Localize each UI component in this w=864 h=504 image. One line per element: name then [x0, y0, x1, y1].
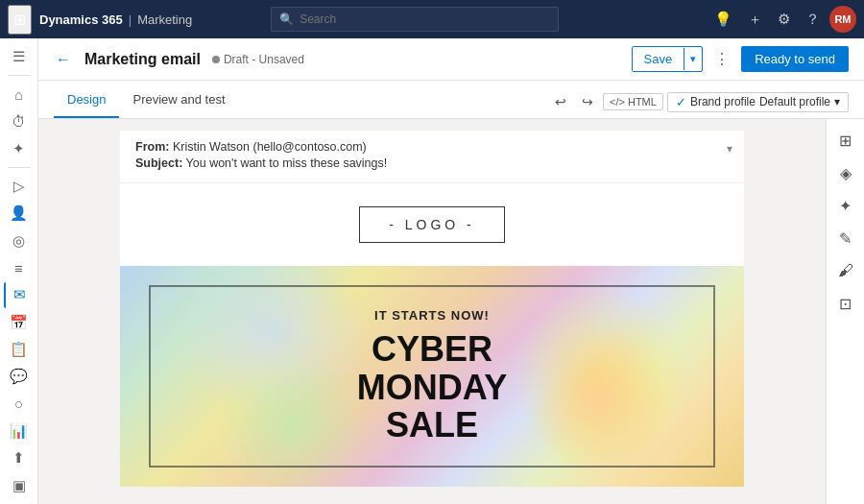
contacts-icon[interactable]: 👤 [4, 201, 35, 226]
from-line: From: Kristin Watson (hello@contoso.com) [135, 140, 729, 154]
brand-profile-chevron-icon: ▾ [834, 95, 840, 108]
email-meta-section: From: Kristin Watson (hello@contoso.com)… [120, 131, 744, 183]
edit-panel-icon[interactable]: ✎ [830, 223, 861, 253]
save-button-group[interactable]: Save ▾ [632, 46, 704, 72]
html-brackets-icon: </> [610, 96, 625, 108]
chat-icon[interactable]: 💬 [4, 364, 35, 389]
logo-placeholder: - LOGO - [359, 206, 505, 243]
sidebar-divider2 [8, 167, 31, 168]
subject-value: You won't want to miss these savings! [186, 156, 388, 170]
sidebar-menu-icon[interactable]: ☰ [4, 44, 35, 69]
upload-icon[interactable]: ⬆ [4, 445, 35, 470]
header-actions: Save ▾ ⋮ Ready to send [632, 46, 849, 72]
content-area: ← Marketing email Draft - Unsaved Save ▾… [38, 38, 864, 504]
person-icon[interactable]: ▣ [4, 473, 35, 498]
search-icon: 🔍 [279, 12, 294, 26]
draft-label: Draft - Unsaved [224, 53, 304, 66]
play-icon[interactable]: ▷ [4, 174, 35, 199]
nav-action-icons: 💡 ＋ ⚙ ？ RM [708, 6, 856, 33]
recent-icon[interactable]: ⏱ [4, 108, 35, 133]
journal-icon[interactable]: 📋 [4, 337, 35, 362]
tab-design[interactable]: Design [54, 84, 119, 118]
from-label: From: [135, 140, 169, 154]
ready-to-send-button[interactable]: Ready to send [741, 46, 849, 72]
design-panel-icon[interactable]: ✦ [830, 190, 861, 221]
globe-icon[interactable]: ○ [4, 392, 35, 417]
subject-line: Subject: You won't want to miss these sa… [135, 156, 729, 170]
page-title: Marketing email [84, 51, 201, 68]
hero-title: CYBERMONDAYSALE [357, 330, 508, 444]
save-button[interactable]: Save [633, 47, 684, 71]
logo-section[interactable]: - LOGO - [120, 183, 744, 266]
question-icon[interactable]: ？ [800, 7, 826, 33]
email-body: - LOGO - IT STARTS NOW! [120, 183, 744, 487]
hero-section[interactable]: IT STARTS NOW! CYBERMONDAYSALE [120, 266, 744, 487]
toolbar-tabs: Design Preview and test ↩ ↪ </> HTML ✓ B… [38, 81, 864, 119]
calendar-icon[interactable]: 📅 [4, 310, 35, 335]
style-panel-icon[interactable]: 🖌 [830, 255, 861, 286]
hero-text-content: IT STARTS NOW! CYBERMONDAYSALE [120, 266, 744, 487]
hero-subtitle: IT STARTS NOW! [374, 308, 490, 323]
brand-profile-title: Brand profile [690, 95, 756, 108]
search-bar[interactable]: 🔍 [271, 7, 559, 32]
help-bulb-icon[interactable]: 💡 [708, 7, 738, 32]
grid-menu-icon[interactable]: ⊞ [8, 5, 32, 35]
main-layout: ☰ ⌂ ⏱ ✦ ▷ 👤 ◎ ≡ ✉ 📅 📋 💬 ○ 📊 ⬆ ▣ ← Market… [0, 38, 864, 504]
segments-icon[interactable]: ◎ [4, 228, 35, 253]
undo-button[interactable]: ↩ [549, 91, 572, 112]
subject-label: Subject: [135, 156, 182, 170]
editor-area: From: Kristin Watson (hello@contoso.com)… [38, 119, 864, 504]
html-button[interactable]: </> HTML [603, 93, 663, 110]
sidebar-divider [8, 75, 31, 76]
top-navigation: ⊞ Dynamics 365 | Marketing 🔍 💡 ＋ ⚙ ？ RM [0, 0, 864, 38]
app-logo: Dynamics 365 | Marketing [39, 12, 192, 27]
email-icon[interactable]: ✉ [4, 282, 35, 307]
analytics-icon[interactable]: 📊 [4, 419, 35, 444]
draft-status: Draft - Unsaved [212, 53, 304, 66]
module-label: Marketing [137, 12, 192, 27]
page-header: ← Marketing email Draft - Unsaved Save ▾… [38, 38, 864, 81]
settings-icon[interactable]: ⚙ [772, 7, 796, 32]
save-dropdown-button[interactable]: ▾ [684, 48, 702, 70]
right-panel: ⊞ ◈ ✦ ✎ 🖌 ⊡ [826, 119, 864, 504]
meta-expand-icon[interactable]: ▾ [727, 142, 732, 156]
lists-icon[interactable]: ≡ [4, 255, 35, 280]
redo-button[interactable]: ↪ [576, 91, 599, 112]
draft-dot [212, 56, 220, 63]
home-icon[interactable]: ⌂ [4, 82, 35, 107]
dynamics-label: Dynamics 365 [39, 12, 123, 27]
brand-profile-check-icon: ✓ [676, 95, 686, 109]
elements-panel-icon[interactable]: ◈ [830, 157, 861, 188]
left-sidebar: ☰ ⌂ ⏱ ✦ ▷ 👤 ◎ ≡ ✉ 📅 📋 💬 ○ 📊 ⬆ ▣ [0, 38, 38, 504]
layout-panel-icon[interactable]: ⊞ [830, 125, 861, 156]
assets-panel-icon[interactable]: ⊡ [830, 288, 861, 319]
pin-icon[interactable]: ✦ [4, 136, 35, 161]
tab-preview-and-test[interactable]: Preview and test [119, 84, 238, 118]
more-options-button[interactable]: ⋮ [708, 46, 735, 72]
toolbar-actions: ↩ ↪ </> HTML ✓ Brand profile Default pro… [549, 91, 849, 118]
back-button[interactable]: ← [54, 49, 73, 70]
user-avatar[interactable]: RM [829, 6, 856, 33]
email-canvas[interactable]: From: Kristin Watson (hello@contoso.com)… [38, 119, 826, 504]
brand-profile-selector[interactable]: ✓ Brand profile Default profile ▾ [667, 92, 849, 112]
brand-profile-value: Default profile [759, 95, 830, 108]
from-value: Kristin Watson (hello@contoso.com) [173, 140, 367, 154]
search-input[interactable] [300, 12, 550, 26]
add-icon[interactable]: ＋ [742, 7, 768, 33]
html-label: HTML [628, 96, 657, 108]
